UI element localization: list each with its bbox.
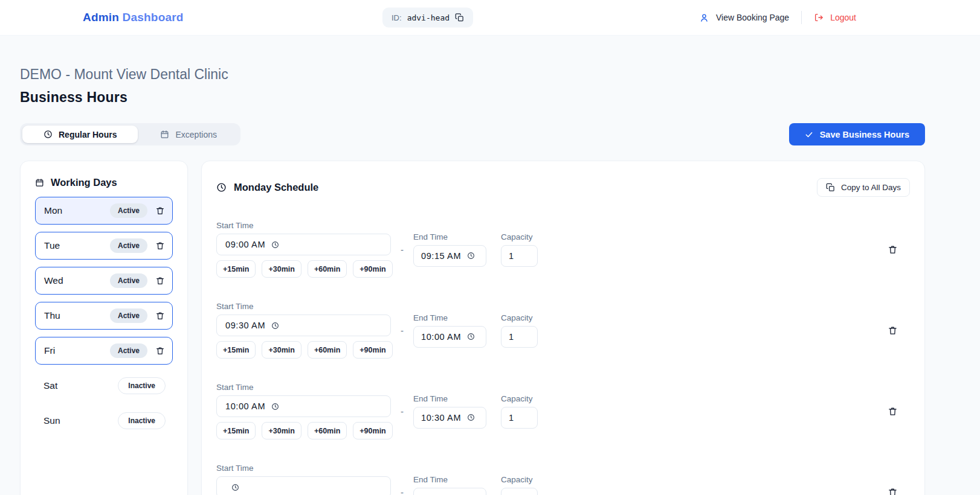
tab-exceptions[interactable]: Exceptions bbox=[139, 126, 237, 143]
capacity-label: Capacity bbox=[501, 475, 538, 484]
sidebar-item-sun[interactable]: Sun Inactive bbox=[35, 407, 173, 435]
add-30min-button[interactable]: +30min bbox=[262, 341, 301, 359]
delete-slot-button[interactable] bbox=[888, 487, 898, 495]
clock-icon bbox=[231, 484, 239, 491]
add-90min-button[interactable]: +90min bbox=[353, 422, 392, 439]
capacity-input[interactable]: 1 bbox=[501, 407, 538, 429]
start-time-group: Start Time 10:00 AM +15min +30min +60min… bbox=[216, 383, 391, 439]
add-15min-button[interactable]: +15min bbox=[216, 260, 256, 278]
sidebar-item-fri[interactable]: Fri Active bbox=[35, 337, 173, 365]
time-range-separator: - bbox=[401, 244, 404, 255]
copy-id-button[interactable] bbox=[455, 13, 464, 22]
logout-icon bbox=[814, 13, 824, 22]
schedule-title: Monday Schedule bbox=[234, 182, 318, 193]
calendar-icon bbox=[35, 178, 44, 187]
clinic-title: DEMO - Mount View Dental Clinic bbox=[20, 66, 925, 83]
delete-day-button[interactable] bbox=[155, 206, 165, 216]
end-time-value: 09:15 AM bbox=[421, 251, 461, 261]
id-value: advi-head bbox=[407, 13, 450, 22]
day-label: Fri bbox=[44, 345, 55, 356]
clock-icon bbox=[216, 182, 227, 193]
view-booking-page-link[interactable]: View Booking Page bbox=[699, 13, 789, 23]
end-time-label: End Time bbox=[413, 475, 486, 484]
quick-add-row: +15min +30min +60min +90min bbox=[216, 341, 391, 359]
working-days-header: Working Days bbox=[35, 177, 173, 188]
end-time-value: 10:30 AM bbox=[421, 413, 461, 423]
day-label: Thu bbox=[44, 310, 60, 321]
delete-slot-button[interactable] bbox=[888, 406, 898, 417]
delete-day-button[interactable] bbox=[155, 276, 165, 286]
id-label: ID: bbox=[392, 13, 402, 22]
tab-bar: Regular Hours Exceptions bbox=[20, 123, 240, 145]
delete-day-button[interactable] bbox=[155, 241, 165, 251]
end-time-group: End Time bbox=[413, 475, 486, 495]
trash-icon bbox=[155, 206, 165, 216]
add-15min-button[interactable]: +15min bbox=[216, 341, 256, 359]
delete-slot-button[interactable] bbox=[888, 244, 898, 255]
add-15min-button[interactable]: +15min bbox=[216, 422, 256, 439]
sidebar-item-wed[interactable]: Wed Active bbox=[35, 267, 173, 295]
end-time-label: End Time bbox=[413, 313, 486, 322]
clock-icon bbox=[271, 241, 279, 249]
start-time-input[interactable] bbox=[216, 476, 391, 495]
copy-to-all-days-button[interactable]: Copy to All Days bbox=[817, 178, 910, 197]
add-90min-button[interactable]: +90min bbox=[353, 341, 392, 359]
header-divider bbox=[801, 11, 802, 24]
add-30min-button[interactable]: +30min bbox=[262, 422, 301, 439]
schedule-title-group: Monday Schedule bbox=[216, 182, 318, 193]
sidebar-item-tue[interactable]: Tue Active bbox=[35, 232, 173, 260]
save-button-label: Save Business Hours bbox=[820, 130, 909, 139]
add-60min-button[interactable]: +60min bbox=[308, 422, 347, 439]
quick-add-row: +15min +30min +60min +90min bbox=[216, 422, 391, 439]
add-90min-button[interactable]: +90min bbox=[353, 260, 392, 278]
start-time-input[interactable]: 09:00 AM bbox=[216, 234, 391, 255]
end-time-input[interactable] bbox=[413, 488, 486, 495]
end-time-group: End Time 09:15 AM bbox=[413, 232, 486, 267]
start-time-input[interactable]: 09:30 AM bbox=[216, 315, 391, 336]
end-time-input[interactable]: 10:00 AM bbox=[413, 326, 486, 348]
trash-icon bbox=[888, 244, 898, 255]
start-time-group: Start Time +15min +30min +60min +90min bbox=[216, 464, 391, 495]
status-badge: Active bbox=[110, 273, 147, 288]
status-badge: Inactive bbox=[118, 377, 166, 394]
logout-link[interactable]: Logout bbox=[814, 13, 856, 22]
capacity-value: 1 bbox=[509, 251, 514, 261]
add-60min-button[interactable]: +60min bbox=[308, 260, 347, 278]
trash-icon bbox=[888, 325, 898, 336]
tab-regular-hours-label: Regular Hours bbox=[59, 130, 117, 139]
delete-slot-button[interactable] bbox=[888, 325, 898, 336]
add-30min-button[interactable]: +30min bbox=[262, 260, 301, 278]
trash-icon bbox=[155, 346, 165, 356]
time-slot-row: Start Time +15min +30min +60min +90min bbox=[216, 464, 910, 495]
capacity-input[interactable]: 1 bbox=[501, 326, 538, 348]
quick-add-row: +15min +30min +60min +90min bbox=[216, 260, 391, 278]
start-time-value: 10:00 AM bbox=[225, 401, 265, 411]
trash-icon bbox=[155, 276, 165, 286]
capacity-input[interactable] bbox=[501, 488, 538, 495]
delete-day-button[interactable] bbox=[155, 346, 165, 356]
sidebar-item-mon[interactable]: Mon Active bbox=[35, 197, 173, 225]
status-badge: Active bbox=[110, 238, 147, 253]
delete-day-button[interactable] bbox=[155, 311, 165, 321]
clock-icon bbox=[467, 414, 475, 421]
day-label: Sat bbox=[44, 380, 57, 391]
sidebar-item-thu[interactable]: Thu Active bbox=[35, 302, 173, 330]
time-range-separator: - bbox=[401, 325, 404, 336]
sidebar-item-sat[interactable]: Sat Inactive bbox=[35, 372, 173, 400]
capacity-input[interactable]: 1 bbox=[501, 245, 538, 267]
tab-regular-hours[interactable]: Regular Hours bbox=[22, 126, 138, 143]
copy-to-all-days-label: Copy to All Days bbox=[841, 183, 901, 192]
time-slot-row: Start Time 09:00 AM +15min +30min +60min… bbox=[216, 221, 910, 278]
end-time-group: End Time 10:00 AM bbox=[413, 313, 486, 348]
clock-icon bbox=[44, 130, 53, 139]
clock-icon bbox=[467, 252, 475, 260]
app-title: Admin Dashboard bbox=[83, 11, 184, 24]
save-business-hours-button[interactable]: Save Business Hours bbox=[789, 123, 925, 145]
capacity-label: Capacity bbox=[501, 313, 538, 322]
end-time-input[interactable]: 10:30 AM bbox=[413, 407, 486, 429]
end-time-input[interactable]: 09:15 AM bbox=[413, 245, 486, 267]
start-time-label: Start Time bbox=[216, 302, 391, 311]
start-time-label: Start Time bbox=[216, 464, 391, 473]
add-60min-button[interactable]: +60min bbox=[308, 341, 347, 359]
start-time-input[interactable]: 10:00 AM bbox=[216, 395, 391, 417]
